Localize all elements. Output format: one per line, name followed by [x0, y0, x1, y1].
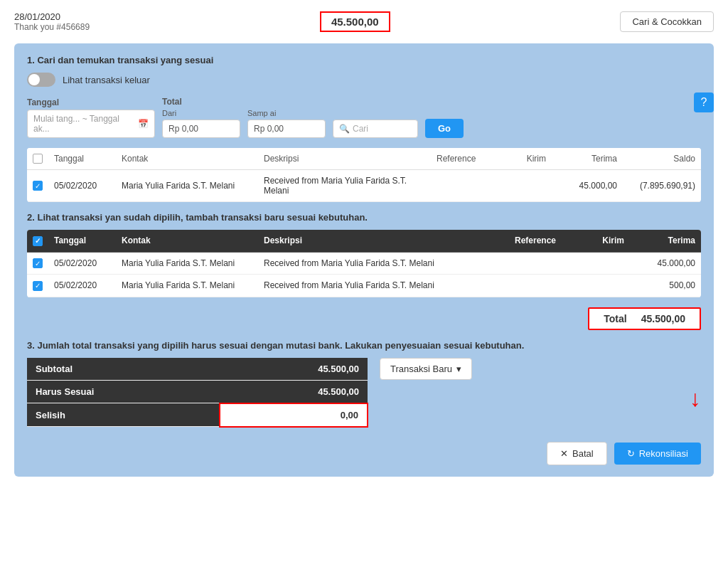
header-amount: 45.500,00 — [320, 11, 390, 32]
row2-deskripsi-1: Received from Maria Yulia Farida S.T. Me… — [258, 252, 509, 275]
table-row: 05/02/2020 Maria Yulia Farida S.T. Melan… — [27, 170, 701, 202]
x-icon: ✕ — [560, 448, 568, 459]
table-row: 05/02/2020 Maria Yulia Farida S.T. Melan… — [27, 252, 701, 275]
dari-input[interactable]: Rp 0,00 — [162, 120, 240, 138]
col-header-terima: Terima — [552, 148, 623, 170]
batal-button[interactable]: ✕ Batal — [547, 442, 607, 465]
row2-tanggal-1: 05/02/2020 — [48, 252, 116, 275]
row2-terima-1: 45.000,00 — [630, 252, 701, 275]
harus-sesuai-label: Harus Sesuai — [27, 380, 220, 403]
row2-kontak-2: Maria Yulia Farida S.T. Melani — [116, 275, 258, 297]
arrow-down-icon: ↓ — [690, 387, 701, 410]
tanggal-input[interactable]: Mulai tang... ~ Tanggal ak... 📅 — [27, 110, 155, 138]
header-thank-you: Thank you #456689 — [14, 22, 90, 32]
col2-header-reference: Reference — [509, 230, 573, 252]
header-date: 28/01/2020 — [14, 11, 90, 22]
row2-ref-2 — [509, 275, 573, 297]
col-header-reference: Reference — [431, 148, 495, 170]
rekonsiliasi-label: Rekonsiliasi — [639, 448, 688, 459]
rekonsiliasi-button[interactable]: ↻ Rekonsiliasi — [614, 443, 701, 465]
row2-terima-2: 500,00 — [630, 275, 701, 297]
row2-ref-1 — [509, 252, 573, 275]
total-label: Total — [162, 97, 240, 107]
search-placeholder: Cari — [353, 124, 368, 134]
col2-header-terima: Terima — [630, 230, 701, 252]
section2-title: 2. Lihat transaksi yan sudah dipilih, ta… — [27, 212, 701, 223]
row-kontak: Maria Yulia Farida S.T. Melani — [116, 170, 258, 202]
col-header-saldo: Saldo — [623, 148, 701, 170]
harus-sesuai-row: Harus Sesuai 45.500,00 — [27, 380, 368, 403]
subtotal-label: Subtotal — [27, 358, 220, 381]
sampai-input[interactable]: Rp 0,00 — [247, 120, 326, 138]
row2-checkbox-2[interactable] — [33, 281, 43, 291]
col-header-kontak: Kontak — [116, 148, 258, 170]
chevron-down-icon: ▾ — [456, 364, 461, 374]
transaksi-baru-button[interactable]: Transaksi Baru ▾ — [380, 358, 472, 380]
selisih-label: Selisih — [27, 403, 220, 427]
subtotal-row: Subtotal 45.500,00 — [27, 358, 368, 381]
col2-header-deskripsi: Deskripsi — [258, 230, 509, 252]
col-header-deskripsi: Deskripsi — [258, 148, 431, 170]
sampai-label: Samp ai — [247, 109, 326, 117]
row2-kontak-1: Maria Yulia Farida S.T. Melani — [116, 252, 258, 275]
total-box: Total 45.500,00 — [588, 307, 701, 330]
col2-header-kontak: Kontak — [116, 230, 258, 252]
total-value: 45.500,00 — [641, 313, 685, 324]
toggle-row: Lihat transaksi keluar — [27, 73, 701, 87]
tanggal-placeholder: Mulai tang... ~ Tanggal ak... — [33, 114, 135, 134]
total-label: Total — [604, 313, 626, 324]
selisih-value: 0,00 — [220, 403, 368, 427]
section1-table: Tanggal Kontak Deskripsi Reference Kirim… — [27, 148, 701, 202]
select-all-checkbox-2[interactable] — [33, 236, 43, 246]
table-row: 05/02/2020 Maria Yulia Farida S.T. Melan… — [27, 275, 701, 297]
section3-row: Subtotal 45.500,00 Harus Sesuai 45.500,0… — [27, 358, 701, 428]
filter-row: Tanggal Mulai tang... ~ Tanggal ak... 📅 … — [27, 97, 701, 138]
harus-sesuai-value: 45.500,00 — [220, 380, 368, 403]
row-checkbox[interactable] — [33, 181, 43, 191]
section3-right: Transaksi Baru ▾ ↓ — [380, 358, 701, 410]
col2-header-tanggal: Tanggal — [48, 230, 116, 252]
section1-title: 1. Cari dan temukan transaksi yang sesua… — [27, 55, 701, 65]
subtotal-value: 45.500,00 — [220, 358, 368, 381]
tanggal-label: Tanggal — [27, 97, 155, 107]
section3-title: 3. Jumlah total transaksi yang dipilih h… — [27, 340, 701, 351]
col2-header-kirim: Kirim — [573, 230, 630, 252]
row-kirim — [495, 170, 552, 202]
row2-kirim-1 — [573, 252, 630, 275]
help-button[interactable]: ? — [694, 92, 714, 112]
cari-cocokkan-button[interactable]: Cari & Cocokkan — [620, 11, 714, 32]
row-saldo: (7.895.690,91) — [623, 170, 701, 202]
calendar-icon: 📅 — [138, 119, 149, 129]
main-container: 1. Cari dan temukan transaksi yang sesua… — [14, 43, 714, 477]
batal-label: Batal — [572, 448, 594, 459]
total-row: Total 45.500,00 — [27, 307, 701, 330]
row-tanggal: 05/02/2020 — [48, 170, 116, 202]
refresh-icon: ↻ — [627, 448, 635, 459]
go-button[interactable]: Go — [425, 119, 464, 138]
row-reference — [431, 170, 495, 202]
toggle-label: Lihat transaksi keluar — [63, 75, 150, 85]
bottom-actions: ✕ Batal ↻ Rekonsiliasi — [27, 442, 701, 465]
row2-kirim-2 — [573, 275, 630, 297]
transaksi-baru-label: Transaksi Baru — [390, 364, 452, 374]
col-header-kirim: Kirim — [495, 148, 552, 170]
row2-deskripsi-2: Received from Maria Yulia Farida S.T. Me… — [258, 275, 509, 297]
dari-label: Dari — [162, 109, 240, 117]
row2-checkbox-1[interactable] — [33, 258, 43, 268]
row-terima: 45.000,00 — [552, 170, 623, 202]
dari-value: Rp 0,00 — [168, 124, 198, 134]
search-input[interactable]: 🔍 Cari — [333, 120, 418, 138]
selisih-row: Selisih 0,00 — [27, 403, 368, 427]
row2-tanggal-2: 05/02/2020 — [48, 275, 116, 297]
summary-table: Subtotal 45.500,00 Harus Sesuai 45.500,0… — [27, 358, 368, 428]
select-all-checkbox[interactable] — [33, 154, 43, 164]
sampai-value: Rp 0,00 — [254, 124, 284, 134]
col-header-tanggal: Tanggal — [48, 148, 116, 170]
row-deskripsi: Received from Maria Yulia Farida S.T. Me… — [258, 170, 431, 202]
toggle-lihat-transaksi[interactable] — [27, 73, 55, 87]
search-icon: 🔍 — [339, 124, 350, 134]
section2-table: Tanggal Kontak Deskripsi Reference Kirim… — [27, 230, 701, 297]
